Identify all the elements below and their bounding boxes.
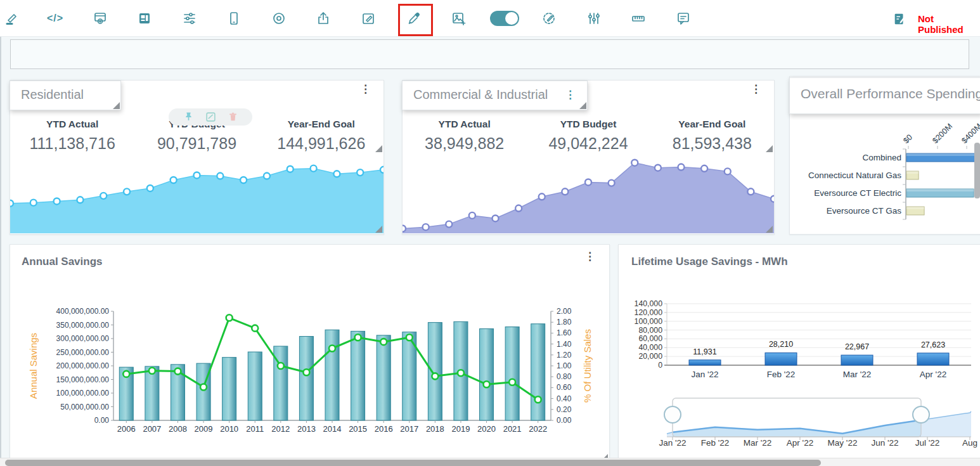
kpi-year-end-goal: Year-End Goal81,593,438 [650,119,774,153]
vertical-scrollbar-thumb[interactable] [974,143,980,198]
commercial-card-menu-icon[interactable]: ⋮ [751,84,761,94]
edit-note-icon[interactable] [356,6,380,30]
publish-toggle[interactable] [490,11,519,26]
svg-text:2006: 2006 [117,424,136,434]
range-handle-right[interactable] [913,406,929,423]
svg-text:0.80: 0.80 [557,372,572,381]
svg-text:Feb '22: Feb '22 [701,438,730,448]
kpi-label: YTD Actual [10,119,134,130]
comment-icon[interactable] [671,6,695,30]
resize-handle[interactable] [766,226,773,233]
svg-text:0.20: 0.20 [557,405,572,414]
kpi-ytd-actual: YTD Actual111,138,716 [10,119,134,153]
kpi-value: 38,949,882 [403,134,526,153]
kpi-year-end-goal: Year-End Goal144,991,626 [259,119,384,153]
commercial-area-chart[interactable] [403,152,774,233]
horizontal-scrollbar[interactable] [0,458,980,466]
residential-card-menu-icon[interactable]: ⋮ [360,84,371,94]
mobile-preview-icon[interactable] [222,6,246,30]
dashboard-editor: </> Not Published ⋮ YTD Actu [0,0,980,466]
svg-text:1.20: 1.20 [557,351,572,359]
svg-text:80,000: 80,000 [638,326,662,335]
svg-text:1.80: 1.80 [557,318,572,327]
card-title: Overall Performance Spending [790,78,980,101]
residential-area-chart[interactable] [10,156,384,233]
horizontal-sliders-icon[interactable] [177,6,202,30]
svg-text:2009: 2009 [195,424,213,434]
svg-text:60,000: 60,000 [638,334,662,343]
svg-text:350,000,000.00: 350,000,000.00 [56,321,110,330]
commercial-kpi-widget[interactable]: YTD Actual38,949,882 YTD Budget49,042,22… [403,119,774,153]
toolbar: </> Not Published [0,0,980,37]
svg-text:Eversource CT Electric: Eversource CT Electric [814,188,901,198]
pin-icon[interactable] [183,112,194,122]
draw-pencil-icon[interactable] [0,6,24,30]
svg-text:2014: 2014 [323,424,342,434]
svg-text:200,000,000.00: 200,000,000.00 [56,361,110,370]
chart-title: Lifetime Usage Savings - MWh [631,256,788,268]
lifetime-usage-card[interactable]: Lifetime Usage Savings - MWh 140,000120,… [618,244,980,463]
publish-doc-icon[interactable] [893,12,906,29]
code-glyph: </> [47,13,63,24]
share-upload-icon[interactable] [311,6,335,30]
svg-text:27,623: 27,623 [921,340,945,349]
lifetime-usage-bar-chart[interactable]: 140,000120,000100,00080,00060,00040,0002… [619,245,980,462]
code-icon[interactable]: </> [43,6,67,30]
range-handle-left[interactable] [664,406,681,423]
annual-savings-combo-chart[interactable]: 400,000,000.00350,000,000.00300,000,000.… [10,245,609,462]
resize-handle[interactable] [375,145,382,152]
add-image-icon[interactable] [446,6,470,30]
residential-title-widget[interactable]: Residential [10,81,121,110]
horizontal-scrollbar-thumb[interactable] [5,460,821,466]
svg-text:Apr '22: Apr '22 [920,370,946,379]
svg-text:150,000,000.00: 150,000,000.00 [56,375,110,384]
overall-performance-bar-chart[interactable]: $0$200M$400MCombinedConnecticut Natural … [790,116,980,234]
title-menu-icon[interactable]: ⋮ [565,89,576,100]
svg-text:% Of Utility Sales: % Of Utility Sales [582,329,593,403]
svg-text:Jan '22: Jan '22 [691,370,718,379]
theme-brush-icon[interactable] [537,6,561,30]
report-layout-icon[interactable] [132,6,157,30]
svg-text:28,210: 28,210 [769,340,793,349]
kpi-value: 81,593,438 [650,134,774,153]
add-widget-icon[interactable] [88,6,112,30]
header-text-widget[interactable] [10,39,969,69]
kpi-value: 111,138,716 [10,134,134,153]
overall-title-widget[interactable]: Overall Performance Spending [789,77,980,114]
kpi-label: YTD Actual [403,119,526,130]
card-title: Residential [10,81,120,102]
svg-text:Connecticut Natural Gas: Connecticut Natural Gas [808,171,901,180]
card-title: Commercial & Industrial [403,81,587,102]
resize-handle[interactable] [113,102,120,109]
resize-handle[interactable] [375,226,382,233]
svg-text:120,000: 120,000 [635,308,663,317]
chart-title: Annual Savings [22,256,103,268]
commercial-title-widget[interactable]: Commercial & Industrial ⋮ [402,81,588,110]
view-icon[interactable] [267,6,291,30]
color-picker-icon[interactable] [402,6,426,30]
svg-text:2011: 2011 [246,424,264,434]
vertical-sliders-icon[interactable] [582,6,606,30]
svg-text:0.60: 0.60 [557,383,572,392]
ruler-icon[interactable] [626,6,650,30]
svg-text:2007: 2007 [143,424,161,434]
kpi-label: Year-End Goal [650,119,774,130]
resize-handle[interactable] [766,145,773,152]
kpi-value: 144,991,626 [259,134,384,153]
svg-text:11,931: 11,931 [693,347,716,356]
svg-text:140,000: 140,000 [635,299,663,308]
svg-text:1.60: 1.60 [557,328,572,337]
resize-handle[interactable] [579,102,586,109]
not-published-status: Not Published [918,13,980,35]
annual-savings-card[interactable]: Annual Savings ⋮ 400,000,000.00350,000,0… [10,244,610,463]
toggle-knob [505,12,518,25]
svg-text:1.40: 1.40 [557,340,572,349]
edit-chart-icon[interactable] [205,112,216,122]
svg-text:20,000: 20,000 [638,352,662,361]
kpi-ytd-actual: YTD Actual38,949,882 [403,119,526,153]
svg-text:2022: 2022 [529,424,547,434]
svg-text:2019: 2019 [451,424,470,434]
trash-icon[interactable] [228,112,238,122]
svg-text:2018: 2018 [426,424,444,434]
svg-text:300,000,000.00: 300,000,000.00 [56,334,110,343]
